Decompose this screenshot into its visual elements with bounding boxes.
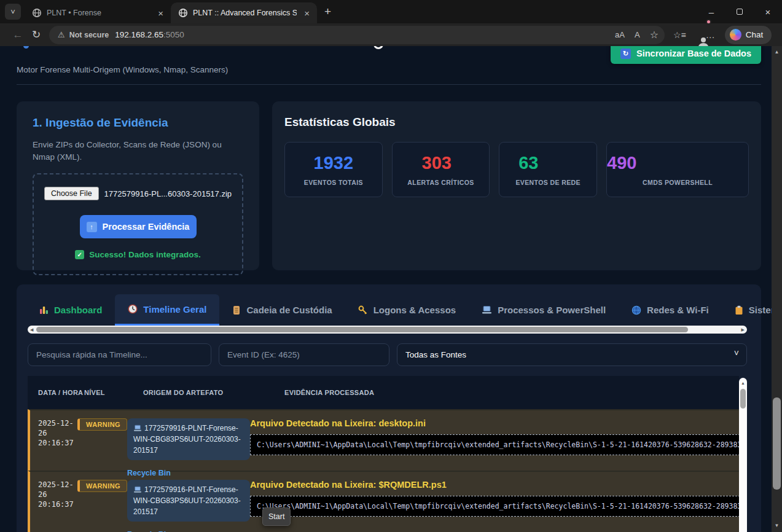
evidence-title: Arquivo Detectado na Lixeira: $RQMDELR.p… bbox=[250, 480, 747, 490]
globe-favicon-icon bbox=[178, 8, 188, 18]
sync-database-button[interactable]: ↻ Sincronizar Base de Dados bbox=[611, 46, 761, 64]
page-scrollbar-thumb[interactable] bbox=[773, 397, 781, 490]
laptop-icon bbox=[133, 424, 142, 432]
evidence-title: Arquivo Detectado na Lixeira: desktop.in… bbox=[250, 418, 747, 428]
evidence-ingest-card: 1. Ingestão de Evidência Envie ZIPs do C… bbox=[17, 101, 259, 270]
process-evidence-button[interactable]: ↑ Processar Evidência bbox=[80, 215, 197, 238]
minimize-button[interactable]: – bbox=[697, 0, 725, 23]
scroll-right-icon[interactable]: ▶ bbox=[741, 327, 745, 332]
table-row[interactable]: 2025-12-26 20:16:37 WARNING 1772579916-P… bbox=[28, 409, 739, 471]
upload-dropzone[interactable]: Choose File 1772579916-PL...60303-201517… bbox=[33, 173, 243, 275]
chevron-down-icon: ˅ bbox=[10, 7, 15, 17]
stat-label: EVENTOS DE REDE bbox=[515, 179, 581, 186]
close-window-button[interactable]: × bbox=[754, 0, 782, 23]
stats-title: Estatísticas Globais bbox=[284, 115, 749, 129]
tab-dashboard[interactable]: Dashboard bbox=[26, 294, 115, 326]
more-menu-icon[interactable]: … bbox=[706, 29, 715, 40]
origin-artifact-link[interactable]: Recycle Bin bbox=[127, 469, 250, 477]
evidence-path: C:\Users\ADMINI~1\AppData\Local\Temp\tmp… bbox=[250, 434, 747, 455]
page-vertical-scrollbar[interactable]: ▲ ▼ bbox=[772, 46, 782, 532]
browser-tab-inactive[interactable]: PLNT • Forense × bbox=[25, 2, 171, 23]
process-button-label: Processar Evidência bbox=[103, 222, 190, 232]
column-header-level: NÍVEL bbox=[84, 389, 143, 396]
restore-icon bbox=[737, 9, 743, 15]
close-tab-icon[interactable]: × bbox=[155, 8, 166, 18]
tab-redes-wifi[interactable]: Redes & Wi-Fi bbox=[619, 294, 722, 326]
security-label[interactable]: Not secure bbox=[69, 31, 109, 39]
timeline-search-input[interactable] bbox=[28, 343, 211, 366]
refresh-button[interactable]: ↻ bbox=[27, 28, 45, 41]
divider bbox=[17, 84, 761, 85]
address-bar[interactable]: ⚠ Not secure 192.168.2.65 :5050 aA A ☆ bbox=[49, 26, 665, 44]
page-title-clipped-fragment bbox=[23, 46, 29, 49]
translate-icon[interactable]: aA bbox=[615, 30, 625, 39]
horizontal-scrollbar[interactable]: ◀ ▶ bbox=[28, 326, 747, 334]
read-aloud-icon[interactable]: A bbox=[635, 30, 640, 39]
tab-title: PLNT :: Advanced Forensics SOC bbox=[193, 9, 297, 17]
stat-critical-alerts: 303 ALERTAS CRÍTICOS bbox=[392, 142, 490, 197]
tab-timeline-geral[interactable]: Timeline Geral bbox=[115, 294, 219, 326]
laptop-icon bbox=[482, 305, 492, 315]
tab-title: PLNT • Forense bbox=[47, 9, 151, 17]
column-header-origin: ORIGEM DO ARTEFATO bbox=[143, 389, 284, 396]
browser-tab-active[interactable]: PLNT :: Advanced Forensics SOC × bbox=[171, 2, 317, 23]
table-vertical-scrollbar[interactable]: ▲ bbox=[739, 378, 747, 532]
tab-label: Dashboard bbox=[54, 305, 102, 315]
stat-label: ALERTAS CRÍTICOS bbox=[407, 179, 474, 186]
stat-label: CMDS POWERSHELL bbox=[643, 179, 713, 186]
globe-icon bbox=[631, 305, 641, 315]
scroll-up-icon[interactable]: ▲ bbox=[772, 49, 782, 55]
tab-label: Redes & Wi-Fi bbox=[647, 305, 709, 315]
copilot-chat-button[interactable]: Chat bbox=[725, 26, 772, 44]
selected-file-name: 1772579916-PL...60303-201517.zip bbox=[104, 189, 232, 198]
origin-host-chip: 1772579916-PLNT-Forense-WIN-CBG83PS6UUT-… bbox=[127, 418, 250, 460]
level-badge: WARNING bbox=[77, 480, 127, 492]
globe-favicon-icon bbox=[32, 8, 42, 18]
favorite-star-icon[interactable]: ☆ bbox=[650, 29, 659, 41]
page-content: ↻ Sincronizar Base de Dados Motor Forens… bbox=[0, 46, 772, 532]
laptop-icon bbox=[133, 486, 142, 493]
ingest-description: Envie ZIPs do Collector, Scans de Rede (… bbox=[33, 139, 243, 163]
new-tab-button[interactable]: + bbox=[324, 5, 331, 18]
stat-network-events: 63 EVENTOS DE REDE bbox=[499, 142, 597, 197]
start-button-tooltip: Start bbox=[262, 507, 291, 526]
tab-cadeia-de-custodia[interactable]: Cadeia de Custódia bbox=[219, 294, 345, 326]
check-icon: ✓ bbox=[75, 250, 84, 259]
clipboard-icon bbox=[735, 305, 743, 315]
global-stats-card: Estatísticas Globais 1932 EVENTOS TOTAIS… bbox=[272, 101, 761, 270]
tab-bar: ˅ PLNT • Forense × PLNT :: Advanced Fore… bbox=[0, 0, 782, 23]
page-subtitle: Motor Forense Multi-Origem (Windows, Nma… bbox=[17, 65, 228, 74]
tab-logons-acessos[interactable]: Logons & Acessos bbox=[345, 294, 469, 326]
back-button[interactable]: ← bbox=[9, 29, 27, 41]
tab-label: Timeline Geral bbox=[143, 304, 206, 315]
collections-icon[interactable]: ☆≡ bbox=[673, 30, 686, 40]
stat-value: 1932 bbox=[314, 153, 354, 173]
table-row[interactable]: 2025-12-26 20:16:37 WARNING 1772579916-P… bbox=[28, 471, 739, 532]
chat-label: Chat bbox=[746, 30, 764, 39]
source-filter-select[interactable]: Todas as Fontes bbox=[397, 343, 747, 366]
stat-total-events: 1932 EVENTOS TOTAIS bbox=[284, 142, 383, 197]
panel-tabs: Dashboard Timeline Geral bbox=[17, 284, 761, 326]
browser-toolbar: ← ↻ ⚠ Not secure 192.168.2.65 :5050 aA A… bbox=[0, 23, 782, 46]
tab-processos-powershell[interactable]: Processos & PowerShell bbox=[469, 294, 619, 326]
choose-file-button[interactable]: Choose File bbox=[44, 187, 99, 200]
restore-button[interactable] bbox=[725, 0, 754, 23]
scroll-left-icon[interactable]: ◀ bbox=[30, 327, 33, 332]
browser-window: ˅ PLNT • Forense × PLNT :: Advanced Fore… bbox=[0, 0, 782, 532]
stat-value: 303 bbox=[414, 153, 468, 173]
stat-value: 63 bbox=[518, 153, 577, 173]
scroll-up-icon[interactable]: ▲ bbox=[739, 378, 747, 385]
tab-label: Processos & PowerShell bbox=[498, 305, 606, 315]
clock-icon bbox=[128, 304, 138, 314]
table-scrollbar-thumb[interactable] bbox=[740, 389, 746, 409]
not-secure-warning-icon: ⚠ bbox=[58, 30, 65, 39]
copilot-icon bbox=[730, 29, 741, 41]
tab-search-button[interactable]: ˅ bbox=[5, 4, 21, 20]
scroll-down-icon[interactable]: ▼ bbox=[772, 523, 782, 528]
tab-label: Logons & Acessos bbox=[373, 305, 456, 315]
sync-icon: ↻ bbox=[620, 49, 631, 59]
close-tab-icon[interactable]: × bbox=[302, 8, 312, 18]
event-id-input[interactable] bbox=[219, 343, 389, 366]
tab-sistema-apps[interactable]: Sistema & Apps bbox=[722, 294, 772, 326]
horizontal-scrollbar-thumb[interactable] bbox=[36, 327, 688, 332]
